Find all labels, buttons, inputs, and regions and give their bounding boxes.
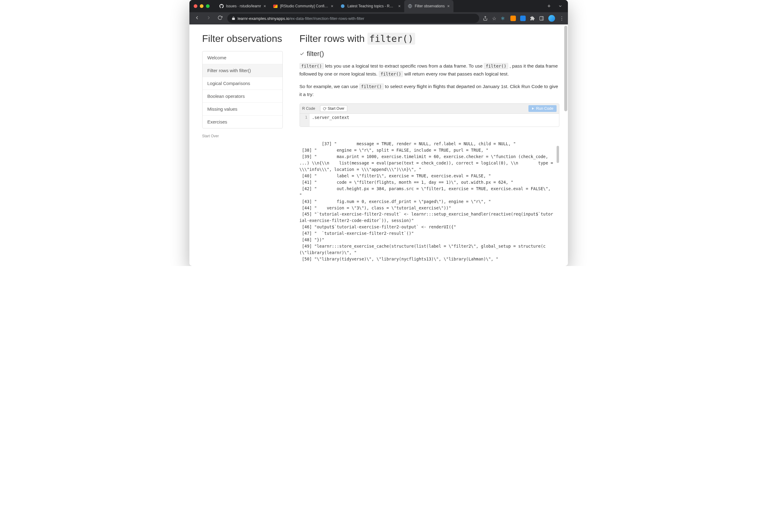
browser-tab[interactable]: Issues · rstudio/learnr× [216,0,270,12]
new-tab-button[interactable]: + [545,3,553,10]
inline-code: filter() [484,63,508,69]
window-controls [193,4,210,8]
maximize-window-button[interactable] [206,4,210,8]
inline-code: filter() [379,71,403,77]
minimize-window-button[interactable] [200,4,203,8]
sidebar-start-over[interactable]: Start Over [202,134,283,138]
reload-button[interactable] [216,14,224,23]
url-text: learnr-examples.shinyapps.io/ex-data-fil… [238,16,364,21]
sidebar-item[interactable]: Logical Comparisons [202,77,283,90]
main-content: Filter rows with filter() filter() filte… [290,24,568,266]
tab-favicon-icon [273,4,278,8]
tab-close-button[interactable]: × [398,4,401,9]
code-editor[interactable]: 1 .server_context [300,114,559,126]
exercise-label: R Code [302,106,315,111]
page-title-text: Filter rows with [300,33,368,44]
tab-close-button[interactable]: × [263,4,266,9]
close-window-button[interactable] [194,4,197,8]
svg-marker-5 [532,108,534,110]
tab-favicon-icon [219,4,224,8]
extension-react-icon[interactable]: ⚛ [500,15,506,21]
paragraph-1: filter() lets you use a logical test to … [300,62,559,78]
menu-icon[interactable]: ⋮ [559,15,564,21]
inline-code: filter() [359,83,383,90]
star-icon[interactable]: ☆ [492,15,496,21]
sidebar-item[interactable]: Missing values [202,103,283,116]
code-gutter: 1 [300,114,310,126]
extension-orange-icon[interactable] [510,15,516,21]
exercise-header: R Code Start Over Run Code [300,104,559,114]
tab-title: Filter observations [415,4,444,8]
toolbar-actions: ☆ ⚛ ⋮ [483,15,564,22]
output-block: [37] " message = TRUE, render = NULL, re… [300,134,559,266]
browser-chrome: Issues · rstudio/learnr×[RStudio Communi… [189,0,568,24]
page-content: Filter observations WelcomeFilter rows w… [189,24,568,266]
share-icon[interactable] [483,16,488,21]
page-title-code: filter() [368,33,415,45]
output-scrollbar[interactable] [556,134,559,266]
sidebar-item[interactable]: Exercises [202,116,283,128]
refresh-icon [323,107,326,110]
page-scrollbar-thumb[interactable] [564,26,567,111]
browser-tab[interactable]: Filter observations× [404,0,453,12]
sidebar-nav: WelcomeFilter rows with filter()Logical … [202,51,283,128]
tab-close-button[interactable]: × [331,4,333,9]
section-heading: filter() [300,50,559,58]
tab-title: Issues · rstudio/learnr [226,4,261,8]
tab-title: Latest Teaching topics - RSt… [347,4,396,8]
url-bar[interactable]: learnr-examples.shinyapps.io/ex-data-fil… [227,14,479,23]
sidebar: Filter observations WelcomeFilter rows w… [189,24,290,266]
tab-strip: Issues · rstudio/learnr×[RStudio Communi… [189,0,568,12]
browser-tab[interactable]: Latest Teaching topics - RSt…× [337,0,404,12]
exercise-box: R Code Start Over Run Code 1 .server_con… [300,103,559,127]
extensions-icon[interactable] [530,16,535,21]
panel-icon[interactable] [539,16,544,21]
tab-favicon-icon [408,4,412,8]
sidebar-title: Filter observations [202,33,283,44]
paragraph-2: So for example, we can use filter() to s… [300,83,559,99]
lock-icon [232,16,235,20]
run-code-button[interactable]: Run Code [529,105,556,112]
tab-list: Issues · rstudio/learnr×[RStudio Communi… [216,0,542,12]
extension-blue-icon[interactable] [520,15,526,21]
output-scrollbar-thumb[interactable] [557,146,559,163]
sidebar-item[interactable]: Welcome [202,51,283,64]
page-title: Filter rows with filter() [300,33,559,44]
sidebar-item[interactable]: Filter rows with filter() [202,64,283,77]
tab-favicon-icon [341,4,345,8]
sidebar-item[interactable]: Boolean operators [202,90,283,103]
browser-toolbar: learnr-examples.shinyapps.io/ex-data-fil… [189,12,568,24]
profile-avatar[interactable] [548,15,555,22]
browser-tab[interactable]: [RStudio Community] Confirm× [270,0,337,12]
back-button[interactable] [193,14,201,23]
check-icon [300,51,304,56]
start-over-button[interactable]: Start Over [320,105,347,112]
svg-rect-3 [540,16,543,20]
browser-window: Issues · rstudio/learnr×[RStudio Communi… [189,0,568,266]
tab-close-button[interactable]: × [447,4,449,9]
play-icon [531,107,534,110]
tab-title: [RStudio Community] Confirm [280,4,328,8]
section-heading-text: filter() [307,50,324,58]
forward-button[interactable] [205,14,213,23]
tab-overflow-button[interactable] [556,4,565,8]
code-content[interactable]: .server_context [310,114,559,126]
inline-code: filter() [300,63,324,69]
